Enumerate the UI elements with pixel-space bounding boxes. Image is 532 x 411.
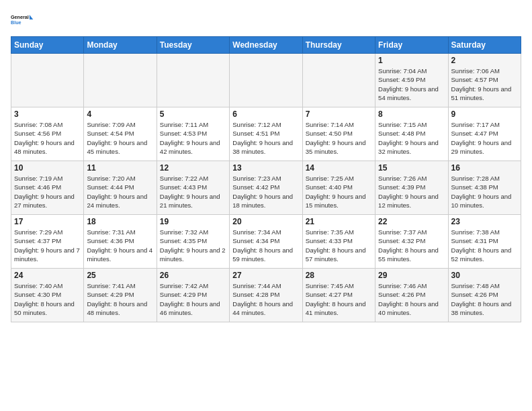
calendar-day-8: 8Sunrise: 7:15 AM Sunset: 4:48 PM Daylig… xyxy=(375,107,448,161)
calendar-week-row: 3Sunrise: 7:08 AM Sunset: 4:56 PM Daylig… xyxy=(11,107,521,161)
calendar-day-23: 23Sunrise: 7:38 AM Sunset: 4:31 PM Dayli… xyxy=(448,215,521,269)
calendar-day-29: 29Sunrise: 7:46 AM Sunset: 4:26 PM Dayli… xyxy=(375,269,448,322)
calendar-day-11: 11Sunrise: 7:20 AM Sunset: 4:44 PM Dayli… xyxy=(84,161,157,215)
calendar-day-13: 13Sunrise: 7:23 AM Sunset: 4:42 PM Dayli… xyxy=(230,161,302,215)
weekday-header-thursday: Thursday xyxy=(302,37,375,54)
calendar-empty-cell xyxy=(157,54,229,107)
page-header: GeneralBlue xyxy=(11,11,521,30)
day-info: Sunrise: 7:34 AM Sunset: 4:34 PM Dayligh… xyxy=(232,228,299,263)
day-info: Sunrise: 7:12 AM Sunset: 4:51 PM Dayligh… xyxy=(232,120,299,156)
day-number: 4 xyxy=(87,109,153,119)
calendar-day-1: 1Sunrise: 7:04 AM Sunset: 4:59 PM Daylig… xyxy=(375,54,448,107)
day-number: 1 xyxy=(378,56,445,65)
day-number: 13 xyxy=(232,163,299,173)
day-number: 16 xyxy=(451,163,518,173)
calendar-week-row: 10Sunrise: 7:19 AM Sunset: 4:46 PM Dayli… xyxy=(11,161,521,215)
day-number: 5 xyxy=(160,109,226,119)
day-info: Sunrise: 7:17 AM Sunset: 4:47 PM Dayligh… xyxy=(451,120,518,156)
day-info: Sunrise: 7:46 AM Sunset: 4:26 PM Dayligh… xyxy=(378,281,445,317)
day-info: Sunrise: 7:31 AM Sunset: 4:36 PM Dayligh… xyxy=(87,228,153,263)
day-number: 27 xyxy=(232,271,299,280)
day-number: 14 xyxy=(306,163,372,173)
day-info: Sunrise: 7:45 AM Sunset: 4:27 PM Dayligh… xyxy=(306,281,372,317)
weekday-header-sunday: Sunday xyxy=(11,37,84,54)
day-info: Sunrise: 7:48 AM Sunset: 4:26 PM Dayligh… xyxy=(451,281,518,317)
day-info: Sunrise: 7:20 AM Sunset: 4:44 PM Dayligh… xyxy=(87,174,153,210)
day-info: Sunrise: 7:38 AM Sunset: 4:31 PM Dayligh… xyxy=(451,228,518,263)
day-number: 26 xyxy=(160,271,226,280)
day-info: Sunrise: 7:40 AM Sunset: 4:30 PM Dayligh… xyxy=(14,281,81,317)
day-number: 28 xyxy=(306,271,372,280)
svg-marker-2 xyxy=(30,15,33,19)
day-number: 29 xyxy=(378,271,445,280)
calendar-day-21: 21Sunrise: 7:35 AM Sunset: 4:33 PM Dayli… xyxy=(302,215,375,269)
calendar-day-27: 27Sunrise: 7:44 AM Sunset: 4:28 PM Dayli… xyxy=(230,269,302,322)
weekday-header-wednesday: Wednesday xyxy=(230,37,302,54)
calendar-day-25: 25Sunrise: 7:41 AM Sunset: 4:29 PM Dayli… xyxy=(84,269,157,322)
calendar-table: SundayMondayTuesdayWednesdayThursdayFrid… xyxy=(11,36,521,322)
calendar-week-row: 17Sunrise: 7:29 AM Sunset: 4:37 PM Dayli… xyxy=(11,215,521,269)
day-info: Sunrise: 7:29 AM Sunset: 4:37 PM Dayligh… xyxy=(14,228,81,263)
day-info: Sunrise: 7:41 AM Sunset: 4:29 PM Dayligh… xyxy=(87,281,153,317)
day-number: 9 xyxy=(451,109,518,119)
day-number: 8 xyxy=(378,109,445,119)
day-number: 23 xyxy=(451,217,518,226)
day-number: 20 xyxy=(232,217,299,226)
calendar-day-7: 7Sunrise: 7:14 AM Sunset: 4:50 PM Daylig… xyxy=(302,107,375,161)
day-number: 6 xyxy=(232,109,299,119)
calendar-day-20: 20Sunrise: 7:34 AM Sunset: 4:34 PM Dayli… xyxy=(230,215,302,269)
calendar-week-row: 24Sunrise: 7:40 AM Sunset: 4:30 PM Dayli… xyxy=(11,269,521,322)
calendar-empty-cell xyxy=(302,54,375,107)
calendar-day-14: 14Sunrise: 7:25 AM Sunset: 4:40 PM Dayli… xyxy=(302,161,375,215)
day-info: Sunrise: 7:26 AM Sunset: 4:39 PM Dayligh… xyxy=(378,174,445,210)
calendar-day-9: 9Sunrise: 7:17 AM Sunset: 4:47 PM Daylig… xyxy=(448,107,521,161)
day-info: Sunrise: 7:11 AM Sunset: 4:53 PM Dayligh… xyxy=(160,120,226,156)
day-info: Sunrise: 7:06 AM Sunset: 4:57 PM Dayligh… xyxy=(451,66,518,102)
calendar-day-26: 26Sunrise: 7:42 AM Sunset: 4:29 PM Dayli… xyxy=(157,269,229,322)
day-number: 17 xyxy=(14,217,81,226)
weekday-header-friday: Friday xyxy=(375,37,448,54)
day-info: Sunrise: 7:25 AM Sunset: 4:40 PM Dayligh… xyxy=(306,174,372,210)
svg-text:Blue: Blue xyxy=(11,19,21,26)
calendar-empty-cell xyxy=(230,54,302,107)
calendar-day-16: 16Sunrise: 7:28 AM Sunset: 4:38 PM Dayli… xyxy=(448,161,521,215)
logo-icon: GeneralBlue xyxy=(11,11,35,30)
day-info: Sunrise: 7:15 AM Sunset: 4:48 PM Dayligh… xyxy=(378,120,445,156)
day-number: 18 xyxy=(87,217,153,226)
weekday-header-row: SundayMondayTuesdayWednesdayThursdayFrid… xyxy=(11,37,521,54)
calendar-day-5: 5Sunrise: 7:11 AM Sunset: 4:53 PM Daylig… xyxy=(157,107,229,161)
day-number: 30 xyxy=(451,271,518,280)
calendar-empty-cell xyxy=(84,54,157,107)
day-info: Sunrise: 7:32 AM Sunset: 4:35 PM Dayligh… xyxy=(160,228,226,263)
day-info: Sunrise: 7:35 AM Sunset: 4:33 PM Dayligh… xyxy=(306,228,372,263)
calendar-day-12: 12Sunrise: 7:22 AM Sunset: 4:43 PM Dayli… xyxy=(157,161,229,215)
calendar-empty-cell xyxy=(11,54,84,107)
calendar-day-30: 30Sunrise: 7:48 AM Sunset: 4:26 PM Dayli… xyxy=(448,269,521,322)
calendar-day-22: 22Sunrise: 7:37 AM Sunset: 4:32 PM Dayli… xyxy=(375,215,448,269)
calendar-day-10: 10Sunrise: 7:19 AM Sunset: 4:46 PM Dayli… xyxy=(11,161,84,215)
calendar-day-24: 24Sunrise: 7:40 AM Sunset: 4:30 PM Dayli… xyxy=(11,269,84,322)
day-info: Sunrise: 7:44 AM Sunset: 4:28 PM Dayligh… xyxy=(232,281,299,317)
day-number: 21 xyxy=(306,217,372,226)
day-number: 15 xyxy=(378,163,445,173)
day-number: 11 xyxy=(87,163,153,173)
day-info: Sunrise: 7:08 AM Sunset: 4:56 PM Dayligh… xyxy=(14,120,81,156)
calendar-day-2: 2Sunrise: 7:06 AM Sunset: 4:57 PM Daylig… xyxy=(448,54,521,107)
calendar-day-4: 4Sunrise: 7:09 AM Sunset: 4:54 PM Daylig… xyxy=(84,107,157,161)
day-number: 25 xyxy=(87,271,153,280)
day-number: 2 xyxy=(451,56,518,65)
calendar-day-17: 17Sunrise: 7:29 AM Sunset: 4:37 PM Dayli… xyxy=(11,215,84,269)
calendar-day-6: 6Sunrise: 7:12 AM Sunset: 4:51 PM Daylig… xyxy=(230,107,302,161)
day-info: Sunrise: 7:14 AM Sunset: 4:50 PM Dayligh… xyxy=(306,120,372,156)
day-info: Sunrise: 7:19 AM Sunset: 4:46 PM Dayligh… xyxy=(14,174,81,210)
day-number: 22 xyxy=(378,217,445,226)
day-info: Sunrise: 7:04 AM Sunset: 4:59 PM Dayligh… xyxy=(378,66,445,102)
calendar-day-19: 19Sunrise: 7:32 AM Sunset: 4:35 PM Dayli… xyxy=(157,215,229,269)
day-number: 24 xyxy=(14,271,81,280)
day-number: 10 xyxy=(14,163,81,173)
weekday-header-saturday: Saturday xyxy=(448,37,521,54)
calendar-day-18: 18Sunrise: 7:31 AM Sunset: 4:36 PM Dayli… xyxy=(84,215,157,269)
weekday-header-monday: Monday xyxy=(84,37,157,54)
day-info: Sunrise: 7:42 AM Sunset: 4:29 PM Dayligh… xyxy=(160,281,226,317)
logo: GeneralBlue xyxy=(11,11,35,30)
